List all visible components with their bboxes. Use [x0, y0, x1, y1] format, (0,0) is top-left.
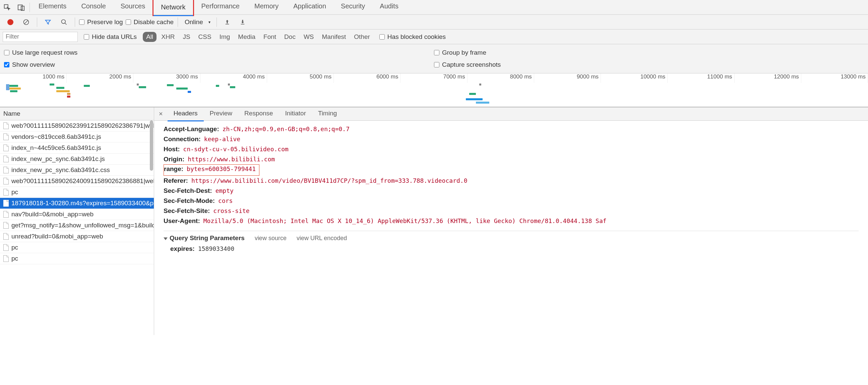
- header-key: Connection:: [163, 136, 201, 143]
- detail-tab-initiator[interactable]: Initiator: [279, 106, 312, 121]
- file-icon: [3, 255, 9, 262]
- tab-console[interactable]: Console: [74, 0, 113, 16]
- disable-cache-checkbox[interactable]: Disable cache: [126, 19, 174, 26]
- query-params-section[interactable]: Query String Parameters view source view…: [163, 231, 859, 243]
- filter-type-js[interactable]: JS: [179, 32, 193, 42]
- tab-security[interactable]: Security: [334, 0, 372, 16]
- tab-elements[interactable]: Elements: [31, 0, 74, 16]
- capture-screenshots-checkbox[interactable]: Capture screenshots: [434, 61, 864, 68]
- file-icon: [3, 189, 9, 196]
- filter-type-manifest[interactable]: Manifest: [319, 32, 349, 42]
- filter-input[interactable]: [3, 32, 78, 42]
- filter-type-media[interactable]: Media: [235, 32, 259, 42]
- device-toggle-icon[interactable]: [14, 1, 28, 14]
- request-name: 187918018-1-30280.m4s?expires=1589033400…: [11, 200, 154, 207]
- search-icon[interactable]: [57, 16, 71, 28]
- request-row[interactable]: index_new_pc_sync.6ab3491c.js: [0, 154, 154, 165]
- filter-type-css[interactable]: CSS: [195, 32, 215, 42]
- filter-type-doc[interactable]: Doc: [281, 32, 299, 42]
- header-key: User-Agent:: [163, 217, 200, 225]
- network-panes: Name web?0011111589026239912158902623867…: [0, 107, 868, 335]
- detail-tab-headers[interactable]: Headers: [167, 106, 204, 121]
- header-row: Host:cn-sdyt-cu-v-05.bilivideo.com: [163, 144, 859, 154]
- request-row[interactable]: unread?build=0&mobi_app=web: [0, 231, 154, 242]
- record-button[interactable]: [4, 17, 17, 28]
- request-name: unread?build=0&mobi_app=web: [11, 233, 103, 240]
- filter-type-other[interactable]: Other: [350, 32, 373, 42]
- header-value: keep-alive: [204, 136, 240, 143]
- preserve-log-checkbox[interactable]: Preserve log: [79, 19, 123, 26]
- request-name: get?msg_notify=1&show_unfollowed_msg=1&b…: [11, 222, 154, 229]
- has-blocked-cookies-checkbox[interactable]: Has blocked cookies: [379, 33, 446, 40]
- name-column-header[interactable]: Name: [0, 107, 154, 120]
- request-row[interactable]: index_n~44c59ce5.6ab3491c.js: [0, 143, 154, 154]
- request-row[interactable]: 187918018-1-30280.m4s?expires=1589033400…: [0, 198, 154, 209]
- inspect-icon[interactable]: [0, 1, 14, 14]
- request-row[interactable]: nav?build=0&mobi_app=web: [0, 209, 154, 220]
- request-row[interactable]: index_new_pc_sync.6ab3491c.css: [0, 165, 154, 176]
- download-har-icon[interactable]: [236, 17, 249, 28]
- filter-type-img[interactable]: Img: [216, 32, 234, 42]
- separator: [37, 18, 37, 27]
- group-by-frame-checkbox[interactable]: Group by frame: [434, 49, 864, 56]
- request-list[interactable]: web?001111158902623991215890262386791|we…: [0, 120, 154, 335]
- hide-data-urls-checkbox[interactable]: Hide data URLs: [84, 33, 137, 40]
- timeline-tick: 3000 ms: [133, 73, 200, 83]
- tab-audits[interactable]: Audits: [372, 0, 406, 16]
- request-row[interactable]: pc: [0, 253, 154, 264]
- file-icon: [3, 134, 9, 140]
- header-row: Sec-Fetch-Dest:empty: [163, 186, 859, 196]
- timeline-tick: 5000 ms: [267, 73, 334, 83]
- devtools-main-toolbar: ElementsConsoleSourcesNetworkPerformance…: [0, 0, 868, 15]
- filter-type-all[interactable]: All: [143, 32, 156, 42]
- clear-button[interactable]: [20, 16, 33, 28]
- timeline-tick: 12000 ms: [735, 73, 801, 83]
- query-param-row: expires: 1589033400: [163, 243, 859, 253]
- header-row: Referer:https://www.bilibili.com/video/B…: [163, 176, 859, 186]
- resource-type-filter: AllXHRJSCSSImgMediaFontDocWSManifestOthe…: [143, 32, 373, 42]
- filter-type-font[interactable]: Font: [260, 32, 279, 42]
- request-row[interactable]: web?001111158902624009115890262386881|we…: [0, 176, 154, 187]
- timeline-tick: 4000 ms: [200, 73, 267, 83]
- request-row[interactable]: get?msg_notify=1&show_unfollowed_msg=1&b…: [0, 220, 154, 231]
- tab-application[interactable]: Application: [286, 0, 334, 16]
- header-value: https://www.bilibili.com/video/BV1BV411d…: [191, 177, 467, 184]
- file-icon: [3, 222, 9, 229]
- header-value: empty: [216, 187, 234, 194]
- header-row: Sec-Fetch-Mode:cors: [163, 196, 859, 206]
- file-icon: [3, 145, 9, 151]
- svg-rect-8: [241, 24, 245, 25]
- network-toolbar: Preserve log Disable cache Online ▾: [0, 15, 868, 30]
- filter-type-xhr[interactable]: XHR: [158, 32, 178, 42]
- view-url-encoded-link[interactable]: view URL encoded: [297, 235, 347, 242]
- use-large-rows-checkbox[interactable]: Use large request rows: [4, 49, 434, 56]
- timeline-tick: 7000 ms: [401, 73, 467, 83]
- overview-timeline[interactable]: 1000 ms2000 ms3000 ms4000 ms5000 ms6000 …: [0, 73, 868, 107]
- scrollbar[interactable]: [150, 120, 153, 171]
- tab-performance[interactable]: Performance: [194, 0, 247, 16]
- tab-memory[interactable]: Memory: [247, 0, 286, 16]
- show-overview-checkbox[interactable]: Show overview: [4, 61, 434, 68]
- upload-har-icon[interactable]: [221, 17, 234, 28]
- request-name: nav?build=0&mobi_app=web: [11, 211, 93, 218]
- filter-toggle-icon[interactable]: [41, 16, 55, 28]
- file-icon: [3, 122, 9, 129]
- request-row[interactable]: pc: [0, 242, 154, 253]
- tab-sources[interactable]: Sources: [113, 0, 153, 16]
- header-key: Sec-Fetch-Site:: [163, 207, 210, 215]
- hide-data-urls-label: Hide data URLs: [92, 33, 137, 40]
- close-icon[interactable]: ×: [154, 110, 167, 118]
- filter-type-ws[interactable]: WS: [300, 32, 317, 42]
- throttling-select[interactable]: Online ▾: [182, 17, 213, 27]
- request-row[interactable]: pc: [0, 187, 154, 198]
- detail-tab-response[interactable]: Response: [238, 106, 279, 121]
- request-row[interactable]: vendors~c819cce8.6ab3491c.js: [0, 131, 154, 143]
- timeline-bars: [0, 83, 868, 107]
- detail-tab-preview[interactable]: Preview: [204, 106, 239, 121]
- view-source-link[interactable]: view source: [255, 235, 286, 242]
- request-row[interactable]: web?001111158902623991215890262386791|we…: [0, 120, 154, 131]
- request-name: pc: [11, 255, 18, 262]
- timeline-tick: 11000 ms: [668, 73, 734, 83]
- detail-tab-timing[interactable]: Timing: [312, 106, 343, 121]
- tab-network[interactable]: Network: [153, 0, 194, 16]
